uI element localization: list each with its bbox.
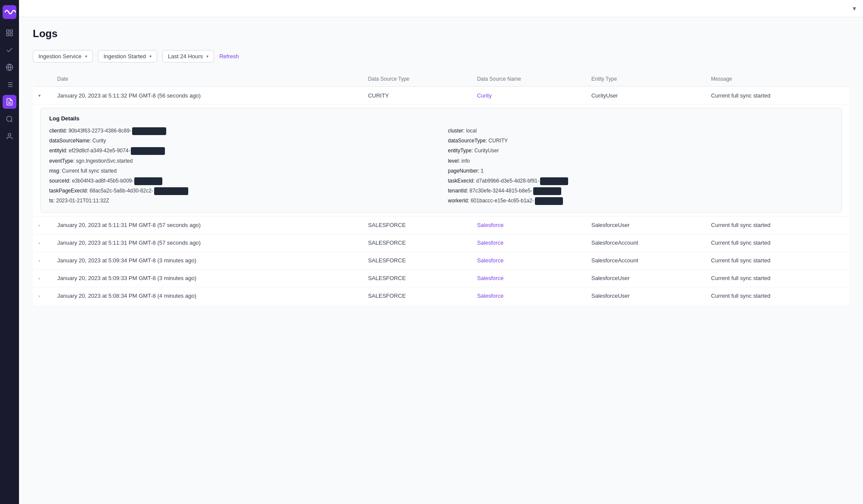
row-date: January 20, 2023 at 5:08:34 PM GMT-8 (4 … [51,287,361,305]
row-datasource-type: CURITY [361,87,470,104]
log-details-title: Log Details [49,115,833,122]
row-message: Current full sync started [704,234,849,252]
svg-rect-1 [6,30,9,32]
sidebar-item-list[interactable] [3,78,16,91]
log-detail-entityId: entityId: ef29d8cf-a349-42e5-9074-██████… [49,147,434,155]
row-datasource-type: SALESFORCE [361,252,470,269]
row-datasource-type: SALESFORCE [361,234,470,252]
row-datasource-name[interactable]: Salesforce [470,287,585,305]
logs-table: Date Data Source Type Data Source Name E… [33,71,849,305]
log-details-row: Log Details clientId: 90b43f63-2273-4386… [33,104,849,217]
row-message: Current full sync started [704,287,849,305]
log-detail-eventType: eventType: sgn.IngestionSvc.started [49,157,434,165]
row-expand-button[interactable]: ▾ [37,92,42,99]
event-filter-label: Ingestion Started [104,53,146,60]
row-expand-button[interactable]: › [37,275,41,282]
refresh-button[interactable]: Refresh [219,53,239,60]
log-details-grid: clientId: 90b43f63-2273-4386-8c89-██████… [49,127,833,205]
sidebar-item-user[interactable] [3,129,16,143]
row-expand-button[interactable]: › [37,258,41,264]
row-date: January 20, 2023 at 5:11:31 PM GMT-8 (57… [51,216,361,234]
service-filter-dropdown[interactable]: Ingestion Service ▾ [33,50,93,63]
log-detail-sourceId: sourceId: e3b04f43-ad8f-45b5-b009-██████… [49,177,434,185]
log-detail-taskPageExecId: taskPageExecId: 68ac5a2c-5a6b-4d30-82c2-… [49,187,434,195]
sidebar-item-search[interactable] [3,112,16,126]
row-entity-type: CurityUser [585,87,704,104]
svg-point-15 [6,116,12,121]
log-detail-cluster: cluster: local [448,127,833,135]
col-header-entity-type: Entity Type [585,72,704,87]
topbar: ▾ [19,0,863,17]
row-datasource-type: SALESFORCE [361,269,470,287]
log-detail-msg: msg: Current full sync started [49,167,434,175]
sidebar-item-logs[interactable] [3,95,16,109]
row-message: Current full sync started [704,252,849,269]
service-filter-label: Ingestion Service [38,53,82,60]
row-entity-type: SalesforceUser [585,269,704,287]
main-content: ▾ Logs Ingestion Service ▾ Ingestion Sta… [19,0,863,504]
table-row[interactable]: › January 20, 2023 at 5:11:31 PM GMT-8 (… [33,216,849,234]
row-entity-type: SalesforceAccount [585,252,704,269]
row-date: January 20, 2023 at 5:11:31 PM GMT-8 (57… [51,234,361,252]
content-area: Logs Ingestion Service ▾ Ingestion Start… [19,17,863,504]
time-filter-dropdown[interactable]: Last 24 Hours ▾ [162,50,214,63]
log-detail-pageNumber: pageNumber: 1 [448,167,833,175]
sidebar [0,0,19,504]
log-detail-taskExecId: taskExecId: d7ab99b6-d3e5-4d28-bf91-████… [448,177,833,185]
row-expand-button[interactable]: › [37,293,41,299]
table-row[interactable]: › January 20, 2023 at 5:09:33 PM GMT-8 (… [33,269,849,287]
row-datasource-name[interactable]: Salesforce [470,234,585,252]
row-expand-button[interactable]: › [37,222,41,229]
row-datasource-name[interactable]: Salesforce [470,269,585,287]
log-detail-workerId: workerId: 601baccc-e15e-4c65-b1a2-██████… [448,197,833,205]
topbar-chevron[interactable]: ▾ [853,4,856,13]
table-row[interactable]: ▾ January 20, 2023 at 5:11:32 PM GMT-8 (… [33,87,849,104]
row-datasource-name[interactable]: Salesforce [470,252,585,269]
log-detail-entityType: entityType: CurityUser [448,147,833,155]
app-logo [3,5,16,19]
col-header-date [33,72,51,87]
row-message: Current full sync started [704,87,849,104]
row-entity-type: SalesforceUser [585,216,704,234]
log-detail-level: level: info [448,157,833,165]
log-detail-tenantId: tenantId: 87c30efe-3244-4815-b8e5-██████… [448,187,833,195]
svg-rect-2 [10,30,13,32]
svg-line-16 [11,120,12,122]
table-row[interactable]: › January 20, 2023 at 5:11:31 PM GMT-8 (… [33,234,849,252]
svg-point-17 [8,133,11,136]
row-datasource-type: SALESFORCE [361,287,470,305]
log-details-panel: Log Details clientId: 90b43f63-2273-4386… [40,108,842,213]
row-datasource-name[interactable]: Curity [470,87,585,104]
event-filter-dropdown[interactable]: Ingestion Started ▾ [98,50,157,63]
row-date: January 20, 2023 at 5:09:33 PM GMT-8 (3 … [51,269,361,287]
row-message: Current full sync started [704,216,849,234]
col-header-date-text: Date [51,72,361,87]
col-header-datasource-name: Data Source Name [470,72,585,87]
svg-rect-4 [10,34,13,36]
svg-rect-3 [6,34,9,36]
col-header-datasource-type: Data Source Type [361,72,470,87]
log-detail-ts: ts: 2023-01-21T01:11:32Z [49,197,434,205]
col-header-message: Message [704,72,849,87]
row-message: Current full sync started [704,269,849,287]
row-expand-button[interactable]: › [37,240,41,246]
log-detail-dataSourceType: dataSourceType: CURITY [448,137,833,145]
row-entity-type: SalesforceUser [585,287,704,305]
table-row[interactable]: › January 20, 2023 at 5:08:34 PM GMT-8 (… [33,287,849,305]
row-datasource-type: SALESFORCE [361,216,470,234]
row-date: January 20, 2023 at 5:11:32 PM GMT-8 (56… [51,87,361,104]
log-detail-dataSourceName: dataSourceName: Curity [49,137,434,145]
filters-bar: Ingestion Service ▾ Ingestion Started ▾ … [33,50,849,63]
service-filter-chevron: ▾ [85,54,87,59]
time-filter-chevron: ▾ [206,54,209,59]
sidebar-item-dashboard[interactable] [3,26,16,40]
time-filter-label: Last 24 Hours [168,53,203,60]
row-entity-type: SalesforceAccount [585,234,704,252]
table-row[interactable]: › January 20, 2023 at 5:09:34 PM GMT-8 (… [33,252,849,269]
event-filter-chevron: ▾ [149,54,152,59]
table-header-row: Date Data Source Type Data Source Name E… [33,72,849,87]
log-detail-clientId: clientId: 90b43f63-2273-4386-8c89-██████… [49,127,434,135]
row-datasource-name[interactable]: Salesforce [470,216,585,234]
sidebar-item-grid[interactable] [3,60,16,74]
sidebar-item-check[interactable] [3,43,16,57]
